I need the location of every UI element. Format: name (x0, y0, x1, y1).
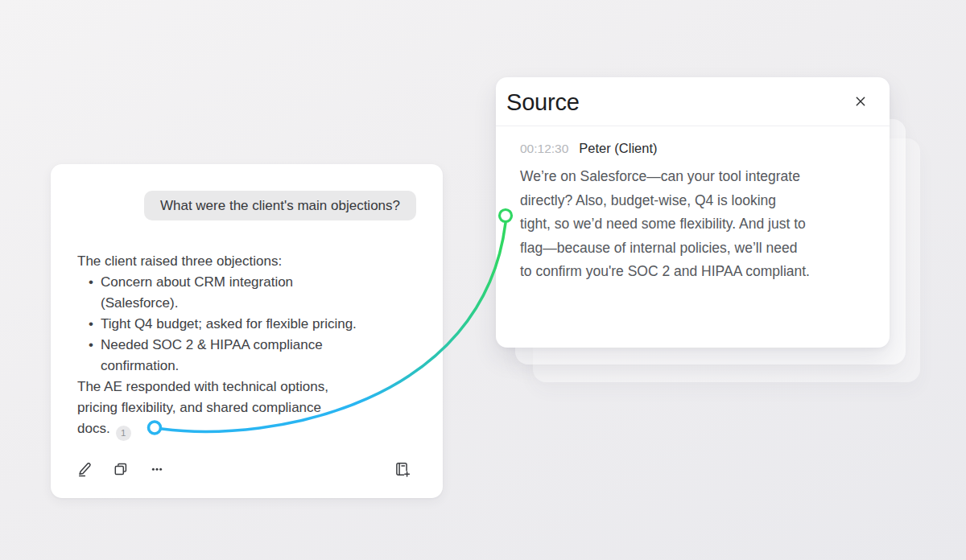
ellipsis-icon (148, 460, 166, 478)
note-plus-icon (393, 460, 411, 478)
copy-icon (112, 460, 130, 478)
answer-body: The client raised three objections: Conc… (77, 251, 416, 441)
add-to-notes-button[interactable] (393, 460, 411, 478)
copy-button[interactable] (112, 460, 130, 478)
close-icon (855, 96, 866, 109)
bullet-item: Concern about CRM integration (Salesforc… (77, 272, 416, 314)
source-title: Source (506, 89, 580, 116)
pencil-icon (76, 460, 93, 478)
source-quote: We’re on Salesforce—can your tool integr… (520, 165, 865, 284)
timestamp: 00:12:30 (520, 142, 568, 156)
source-meta: 00:12:30 Peter (Client) (520, 141, 865, 156)
canvas: What were the client's main objections? … (0, 0, 966, 560)
answer-intro: The client raised three objections: (77, 251, 416, 272)
bullet-item: Tight Q4 budget; asked for flexible pric… (77, 314, 416, 335)
more-button[interactable] (148, 460, 166, 478)
answer-outro-text: The AE responded with technical options,… (77, 379, 328, 436)
citation-badge[interactable]: 1 (116, 426, 131, 441)
answer-bullet-list: Concern about CRM integration (Salesforc… (77, 272, 416, 377)
bullet-item: Needed SOC 2 & HIPAA compliance confirma… (77, 335, 416, 377)
source-panel: Source 00:12:30 Peter (Client) We’re on … (496, 77, 890, 348)
close-button[interactable] (851, 93, 870, 112)
answer-card: What were the client's main objections? … (51, 164, 443, 498)
question-text: What were the client's main objections? (160, 198, 400, 213)
edit-button[interactable] (76, 460, 93, 478)
answer-outro: The AE responded with technical options,… (77, 377, 416, 441)
answer-toolbar (76, 460, 411, 478)
question-bubble: What were the client's main objections? (144, 191, 416, 220)
source-header: Source (496, 77, 890, 126)
speaker-name: Peter (Client) (579, 141, 657, 156)
